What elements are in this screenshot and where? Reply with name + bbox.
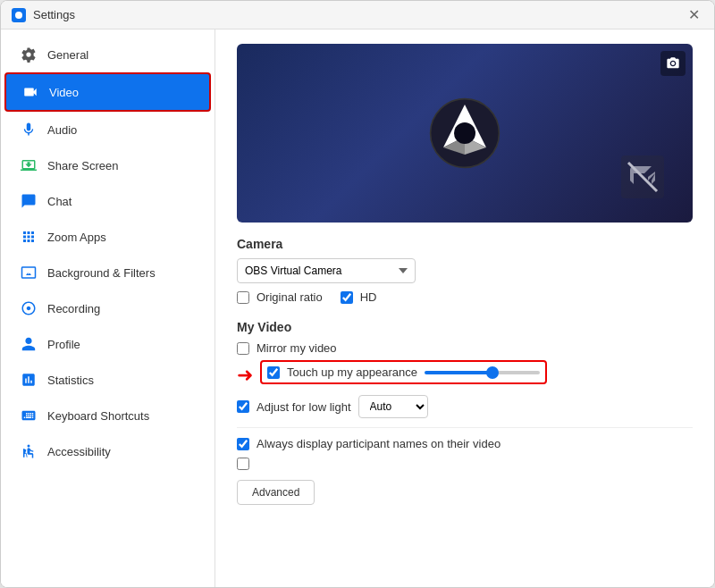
camera-select[interactable]: OBS Virtual Camera Default Camera FaceTi… xyxy=(237,258,416,283)
title-bar-left: Settings xyxy=(12,8,75,22)
sidebar-item-share-screen[interactable]: Share Screen xyxy=(4,147,211,183)
camera-section-title: Camera xyxy=(237,237,693,251)
camera-select-row: OBS Virtual Camera Default Camera FaceTi… xyxy=(237,258,693,283)
sidebar-item-profile[interactable]: Profile xyxy=(4,326,211,362)
touch-up-checkbox[interactable] xyxy=(267,366,280,379)
adjust-select[interactable]: Auto Manual Off xyxy=(358,395,428,418)
sidebar-background-label: Background & Filters xyxy=(47,266,156,280)
sidebar-chat-label: Chat xyxy=(47,195,72,208)
partial-checkbox-row xyxy=(237,458,693,473)
mirror-label: Mirror my video xyxy=(257,341,337,355)
hd-row: HD xyxy=(341,290,377,304)
sidebar-audio-label: Audio xyxy=(47,123,77,137)
sidebar-item-zoom-apps[interactable]: Zoom Apps xyxy=(4,219,211,255)
adjust-label: Adjust for low light xyxy=(257,400,351,414)
share-screen-icon xyxy=(19,155,38,175)
sidebar-item-audio[interactable]: Audio xyxy=(4,112,211,147)
my-video-section: My Video Mirror my video ➜ Touch up my a… xyxy=(237,320,693,418)
settings-window: Settings ✕ General xyxy=(0,0,715,588)
gear-icon xyxy=(19,45,38,64)
sidebar: General Video Audio xyxy=(1,29,215,587)
original-ratio-label: Original ratio xyxy=(257,290,323,304)
camera-switch-button[interactable] xyxy=(660,51,686,76)
sidebar-accessibility-label: Accessibility xyxy=(47,445,111,458)
partial-checkbox[interactable] xyxy=(237,458,249,470)
sidebar-item-statistics[interactable]: Statistics xyxy=(4,362,211,398)
sidebar-item-recording[interactable]: Recording xyxy=(4,290,211,326)
sidebar-profile-label: Profile xyxy=(47,338,80,351)
svg-point-0 xyxy=(15,12,22,19)
sidebar-zoom-apps-label: Zoom Apps xyxy=(47,231,106,244)
camera-options-row: Original ratio HD xyxy=(237,290,693,309)
window-title: Settings xyxy=(33,8,75,21)
sidebar-video-label: Video xyxy=(49,86,79,99)
zoom-apps-icon xyxy=(19,227,38,247)
main-content: Camera OBS Virtual Camera Default Camera… xyxy=(215,29,714,587)
title-bar: Settings ✕ xyxy=(1,1,714,29)
mirror-checkbox[interactable] xyxy=(237,342,249,355)
adjust-checkbox[interactable] xyxy=(237,400,249,413)
obs-logo xyxy=(429,97,500,169)
statistics-icon xyxy=(19,370,38,390)
sidebar-item-background[interactable]: Background & Filters xyxy=(4,255,211,290)
keyboard-icon xyxy=(19,406,38,425)
sidebar-share-screen-label: Share Screen xyxy=(47,159,119,172)
sidebar-general-label: General xyxy=(47,48,88,62)
sidebar-item-chat[interactable]: Chat xyxy=(4,183,211,219)
touch-up-label: Touch up my appearance xyxy=(287,365,417,379)
adjust-row: Adjust for low light Auto Manual Off xyxy=(237,395,693,418)
original-ratio-row: Original ratio xyxy=(237,290,323,304)
red-arrow-icon: ➜ xyxy=(237,364,253,387)
app-icon xyxy=(12,8,26,22)
touch-up-container: ➜ Touch up my appearance xyxy=(237,360,693,390)
advanced-button[interactable]: Advanced xyxy=(237,480,315,505)
close-button[interactable]: ✕ xyxy=(685,6,703,23)
accessibility-icon xyxy=(19,441,38,461)
sidebar-statistics-label: Statistics xyxy=(47,374,94,387)
no-video-icon xyxy=(621,155,664,201)
svg-point-3 xyxy=(454,122,475,144)
recording-icon xyxy=(19,298,38,318)
always-display-row: Always display participant names on thei… xyxy=(237,437,693,450)
background-icon xyxy=(19,263,38,282)
my-video-title: My Video xyxy=(237,320,693,334)
video-icon xyxy=(21,82,40,102)
sidebar-item-accessibility[interactable]: Accessibility xyxy=(4,433,211,469)
touch-up-slider[interactable] xyxy=(425,371,540,374)
profile-icon xyxy=(19,334,38,354)
audio-icon xyxy=(19,120,38,139)
always-display-label: Always display participant names on thei… xyxy=(257,437,500,450)
hd-label: HD xyxy=(360,290,377,304)
sidebar-recording-label: Recording xyxy=(47,302,100,315)
sidebar-item-keyboard[interactable]: Keyboard Shortcuts xyxy=(4,398,211,433)
sidebar-item-video[interactable]: Video xyxy=(4,72,211,112)
touch-up-row: Touch up my appearance xyxy=(260,360,547,384)
hd-checkbox[interactable] xyxy=(341,291,353,304)
mirror-row: Mirror my video xyxy=(237,341,693,355)
touch-up-slider-container xyxy=(425,371,540,374)
content-area: General Video Audio xyxy=(1,29,714,587)
video-preview xyxy=(237,44,693,223)
sidebar-keyboard-label: Keyboard Shortcuts xyxy=(47,409,149,423)
separator xyxy=(237,427,693,428)
always-display-checkbox[interactable] xyxy=(237,438,249,450)
chat-icon xyxy=(19,191,38,211)
sidebar-item-general[interactable]: General xyxy=(4,37,211,72)
svg-point-1 xyxy=(28,445,30,448)
original-ratio-checkbox[interactable] xyxy=(237,291,249,304)
